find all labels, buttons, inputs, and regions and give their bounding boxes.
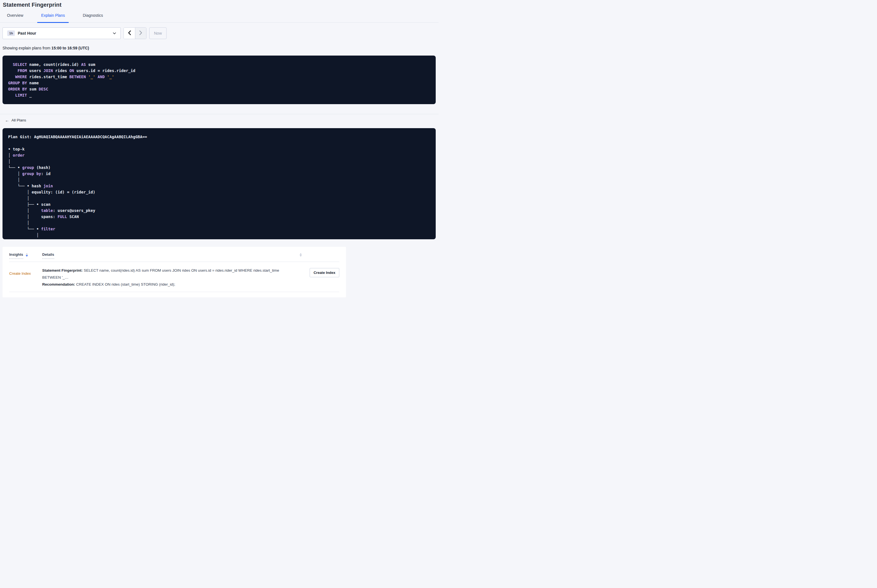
chevron-right-icon	[139, 30, 142, 36]
showing-range-prefix: Showing explain plans from	[3, 46, 51, 50]
gist-line: └── • group (hash)	[8, 165, 430, 171]
gist-line: │	[8, 195, 430, 201]
time-range-select[interactable]: 1h Past Hour	[3, 27, 121, 39]
plan-gist-block: Plan Gist: AgHUAQIABQAAAAHYAQIAiAEAAAADC…	[3, 128, 436, 239]
create-index-button[interactable]: Create Index	[310, 268, 339, 277]
gist-line: │ order	[8, 152, 430, 158]
recommendation-text: CREATE INDEX ON rides (start_time) STORI…	[75, 282, 175, 286]
all-plans-link[interactable]: ← All Plans	[5, 118, 26, 122]
back-arrow-icon: ←	[5, 118, 9, 122]
gist-line: └── • hash join	[8, 183, 430, 189]
sort-down-triangle	[26, 255, 28, 256]
statement-fingerprint-page: Statement Fingerprint OverviewExplain Pl…	[0, 0, 438, 297]
sort-icon-details[interactable]	[299, 253, 302, 256]
sql-line: LIMIT _	[8, 92, 430, 98]
time-range-badge: 1h	[7, 30, 15, 36]
insights-card: Insights Details Create Index Statement …	[3, 247, 346, 297]
insight-action-cell: Create Index	[302, 267, 339, 277]
sort-icon-insights[interactable]	[26, 253, 28, 256]
sql-line: SELECT name, count(rides.id) AS sum	[8, 62, 430, 68]
table-row-divider	[9, 292, 339, 292]
sql-line: FROM users JOIN rides ON users.id = ride…	[8, 68, 430, 74]
gist-line: │ table: users@users_pkey	[8, 207, 430, 214]
statement-fingerprint-label: Statement Fingerprint:	[42, 268, 83, 273]
gist-line: │ spans: FULL SCAN	[8, 214, 430, 220]
sort-down-triangle	[299, 255, 302, 256]
insight-details-cell: Statement Fingerprint: SELECT name, coun…	[42, 267, 302, 288]
insights-column-label[interactable]: Insights	[9, 252, 23, 259]
sort-up-triangle	[26, 253, 28, 255]
sql-statement-block: SELECT name, count(rides.id) AS sum FROM…	[3, 56, 436, 104]
gist-line: └── • filter	[8, 226, 430, 232]
sort-up-triangle	[299, 253, 302, 255]
gist-line: ├── • scan	[8, 201, 430, 207]
insight-type-cell: Create Index	[9, 267, 42, 276]
page-title: Statement Fingerprint	[3, 1, 438, 8]
time-toolbar: 1h Past Hour Now	[3, 27, 438, 39]
tab-explain-plans[interactable]: Explain Plans	[41, 13, 65, 22]
insights-column-header: Insights	[9, 252, 42, 259]
gist-line: • top-k	[8, 146, 430, 152]
chevron-down-icon	[113, 32, 116, 34]
showing-range-text: Showing explain plans from 15:00 to 16:5…	[3, 46, 438, 50]
gist-line: │	[8, 232, 430, 238]
showing-range-value: 15:00 to 16:59 (UTC)	[51, 46, 89, 50]
gist-line: │	[8, 158, 430, 165]
tab-overview[interactable]: Overview	[7, 13, 23, 22]
sql-line: GROUP BY name	[8, 80, 430, 86]
time-range-label: Past Hour	[18, 31, 36, 36]
all-plans-label: All Plans	[12, 118, 26, 122]
recommendation-line: Recommendation: CREATE INDEX ON rides (s…	[42, 281, 296, 288]
next-range-button[interactable]	[135, 28, 146, 39]
details-column-label[interactable]: Details	[42, 252, 54, 259]
section-divider	[0, 114, 438, 114]
insights-table-header: Insights Details	[3, 247, 346, 259]
gist-line: │	[8, 220, 430, 226]
sql-line: ORDER BY sum DESC	[8, 86, 430, 92]
now-button[interactable]: Now	[149, 27, 167, 39]
table-row: Create Index Statement Fingerprint: SELE…	[3, 262, 346, 288]
tab-bar: OverviewExplain PlansDiagnostics	[0, 13, 438, 22]
statement-fingerprint-line: Statement Fingerprint: SELECT name, coun…	[42, 267, 296, 281]
gist-line: Plan Gist: AgHUAQIABQAAAAHYAQIAiAEAAAADC…	[8, 134, 430, 140]
sql-line: WHERE rides.start_time BETWEEN '_' AND '…	[8, 74, 430, 80]
gist-line: │ group by: id	[8, 171, 430, 177]
gist-line: │	[8, 177, 430, 183]
gist-line: │ equality: (id) = (rider_id)	[8, 189, 430, 195]
gist-line	[8, 140, 430, 146]
recommendation-label: Recommendation:	[42, 282, 75, 286]
tab-diagnostics[interactable]: Diagnostics	[83, 13, 103, 22]
previous-range-button[interactable]	[124, 28, 135, 39]
time-range-stepper	[123, 27, 146, 39]
chevron-left-icon	[128, 30, 131, 36]
details-column-header: Details	[42, 252, 302, 259]
